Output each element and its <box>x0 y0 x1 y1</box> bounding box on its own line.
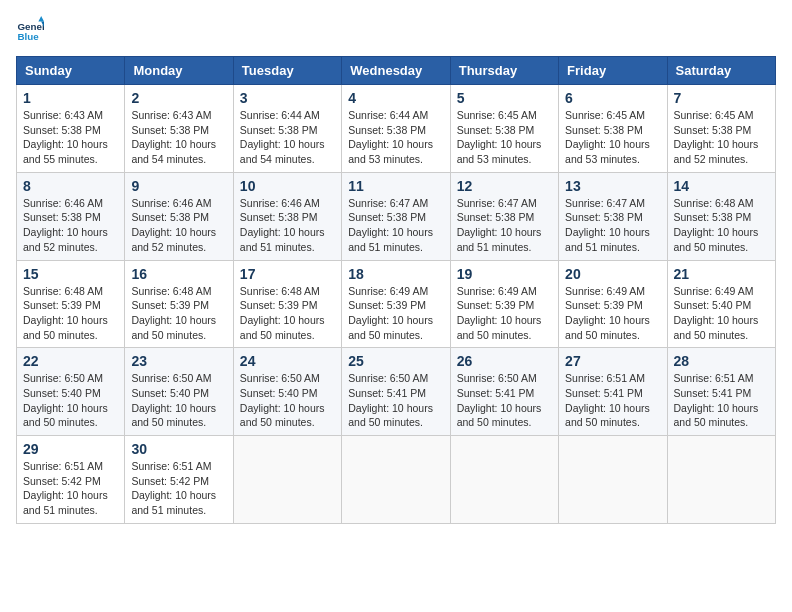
calendar-cell: 2 Sunrise: 6:43 AMSunset: 5:38 PMDayligh… <box>125 85 233 173</box>
logo-icon: General Blue <box>16 16 44 44</box>
calendar-cell: 9 Sunrise: 6:46 AMSunset: 5:38 PMDayligh… <box>125 172 233 260</box>
day-info: Sunrise: 6:43 AMSunset: 5:38 PMDaylight:… <box>23 108 118 167</box>
day-number: 5 <box>457 90 552 106</box>
day-number: 27 <box>565 353 660 369</box>
calendar-cell: 30 Sunrise: 6:51 AMSunset: 5:42 PMDaylig… <box>125 436 233 524</box>
calendar-cell <box>342 436 450 524</box>
calendar-cell: 1 Sunrise: 6:43 AMSunset: 5:38 PMDayligh… <box>17 85 125 173</box>
day-info: Sunrise: 6:51 AMSunset: 5:42 PMDaylight:… <box>23 459 118 518</box>
column-header-wednesday: Wednesday <box>342 57 450 85</box>
day-info: Sunrise: 6:50 AMSunset: 5:40 PMDaylight:… <box>131 371 226 430</box>
day-info: Sunrise: 6:45 AMSunset: 5:38 PMDaylight:… <box>674 108 769 167</box>
calendar-cell: 27 Sunrise: 6:51 AMSunset: 5:41 PMDaylig… <box>559 348 667 436</box>
calendar-cell: 20 Sunrise: 6:49 AMSunset: 5:39 PMDaylig… <box>559 260 667 348</box>
calendar-cell: 7 Sunrise: 6:45 AMSunset: 5:38 PMDayligh… <box>667 85 775 173</box>
day-number: 19 <box>457 266 552 282</box>
day-info: Sunrise: 6:48 AMSunset: 5:39 PMDaylight:… <box>240 284 335 343</box>
day-info: Sunrise: 6:44 AMSunset: 5:38 PMDaylight:… <box>348 108 443 167</box>
day-number: 24 <box>240 353 335 369</box>
day-number: 22 <box>23 353 118 369</box>
calendar-cell: 14 Sunrise: 6:48 AMSunset: 5:38 PMDaylig… <box>667 172 775 260</box>
day-info: Sunrise: 6:48 AMSunset: 5:38 PMDaylight:… <box>674 196 769 255</box>
calendar-cell: 29 Sunrise: 6:51 AMSunset: 5:42 PMDaylig… <box>17 436 125 524</box>
day-info: Sunrise: 6:48 AMSunset: 5:39 PMDaylight:… <box>131 284 226 343</box>
day-info: Sunrise: 6:51 AMSunset: 5:41 PMDaylight:… <box>674 371 769 430</box>
svg-marker-2 <box>38 16 44 22</box>
calendar-cell: 3 Sunrise: 6:44 AMSunset: 5:38 PMDayligh… <box>233 85 341 173</box>
day-number: 29 <box>23 441 118 457</box>
day-number: 11 <box>348 178 443 194</box>
calendar-cell: 6 Sunrise: 6:45 AMSunset: 5:38 PMDayligh… <box>559 85 667 173</box>
day-number: 3 <box>240 90 335 106</box>
calendar-cell: 16 Sunrise: 6:48 AMSunset: 5:39 PMDaylig… <box>125 260 233 348</box>
day-info: Sunrise: 6:46 AMSunset: 5:38 PMDaylight:… <box>23 196 118 255</box>
svg-text:Blue: Blue <box>17 31 39 42</box>
calendar-cell: 8 Sunrise: 6:46 AMSunset: 5:38 PMDayligh… <box>17 172 125 260</box>
page-header: General Blue <box>16 16 776 44</box>
day-info: Sunrise: 6:50 AMSunset: 5:41 PMDaylight:… <box>348 371 443 430</box>
column-header-thursday: Thursday <box>450 57 558 85</box>
day-number: 1 <box>23 90 118 106</box>
calendar-cell: 22 Sunrise: 6:50 AMSunset: 5:40 PMDaylig… <box>17 348 125 436</box>
column-header-saturday: Saturday <box>667 57 775 85</box>
calendar-cell: 17 Sunrise: 6:48 AMSunset: 5:39 PMDaylig… <box>233 260 341 348</box>
column-header-tuesday: Tuesday <box>233 57 341 85</box>
calendar-cell <box>559 436 667 524</box>
day-info: Sunrise: 6:46 AMSunset: 5:38 PMDaylight:… <box>240 196 335 255</box>
day-number: 30 <box>131 441 226 457</box>
calendar-cell: 13 Sunrise: 6:47 AMSunset: 5:38 PMDaylig… <box>559 172 667 260</box>
calendar-cell: 18 Sunrise: 6:49 AMSunset: 5:39 PMDaylig… <box>342 260 450 348</box>
day-number: 7 <box>674 90 769 106</box>
day-info: Sunrise: 6:43 AMSunset: 5:38 PMDaylight:… <box>131 108 226 167</box>
day-number: 16 <box>131 266 226 282</box>
day-info: Sunrise: 6:44 AMSunset: 5:38 PMDaylight:… <box>240 108 335 167</box>
day-info: Sunrise: 6:47 AMSunset: 5:38 PMDaylight:… <box>457 196 552 255</box>
day-info: Sunrise: 6:48 AMSunset: 5:39 PMDaylight:… <box>23 284 118 343</box>
day-info: Sunrise: 6:50 AMSunset: 5:40 PMDaylight:… <box>23 371 118 430</box>
calendar-cell: 26 Sunrise: 6:50 AMSunset: 5:41 PMDaylig… <box>450 348 558 436</box>
column-header-monday: Monday <box>125 57 233 85</box>
day-number: 13 <box>565 178 660 194</box>
day-info: Sunrise: 6:51 AMSunset: 5:42 PMDaylight:… <box>131 459 226 518</box>
calendar-cell: 10 Sunrise: 6:46 AMSunset: 5:38 PMDaylig… <box>233 172 341 260</box>
day-info: Sunrise: 6:47 AMSunset: 5:38 PMDaylight:… <box>348 196 443 255</box>
calendar-cell: 5 Sunrise: 6:45 AMSunset: 5:38 PMDayligh… <box>450 85 558 173</box>
calendar-cell: 19 Sunrise: 6:49 AMSunset: 5:39 PMDaylig… <box>450 260 558 348</box>
day-number: 8 <box>23 178 118 194</box>
day-info: Sunrise: 6:49 AMSunset: 5:39 PMDaylight:… <box>457 284 552 343</box>
calendar-cell <box>667 436 775 524</box>
day-info: Sunrise: 6:45 AMSunset: 5:38 PMDaylight:… <box>457 108 552 167</box>
calendar-cell: 24 Sunrise: 6:50 AMSunset: 5:40 PMDaylig… <box>233 348 341 436</box>
day-number: 15 <box>23 266 118 282</box>
day-number: 14 <box>674 178 769 194</box>
day-number: 28 <box>674 353 769 369</box>
day-number: 20 <box>565 266 660 282</box>
day-info: Sunrise: 6:50 AMSunset: 5:40 PMDaylight:… <box>240 371 335 430</box>
day-number: 9 <box>131 178 226 194</box>
column-header-friday: Friday <box>559 57 667 85</box>
calendar-week-3: 15 Sunrise: 6:48 AMSunset: 5:39 PMDaylig… <box>17 260 776 348</box>
calendar-cell: 11 Sunrise: 6:47 AMSunset: 5:38 PMDaylig… <box>342 172 450 260</box>
day-number: 25 <box>348 353 443 369</box>
calendar-week-2: 8 Sunrise: 6:46 AMSunset: 5:38 PMDayligh… <box>17 172 776 260</box>
day-number: 17 <box>240 266 335 282</box>
calendar-cell: 23 Sunrise: 6:50 AMSunset: 5:40 PMDaylig… <box>125 348 233 436</box>
calendar-week-5: 29 Sunrise: 6:51 AMSunset: 5:42 PMDaylig… <box>17 436 776 524</box>
day-info: Sunrise: 6:51 AMSunset: 5:41 PMDaylight:… <box>565 371 660 430</box>
day-number: 23 <box>131 353 226 369</box>
day-info: Sunrise: 6:45 AMSunset: 5:38 PMDaylight:… <box>565 108 660 167</box>
calendar-cell <box>233 436 341 524</box>
calendar-header-row: SundayMondayTuesdayWednesdayThursdayFrid… <box>17 57 776 85</box>
day-number: 18 <box>348 266 443 282</box>
day-number: 10 <box>240 178 335 194</box>
calendar-week-1: 1 Sunrise: 6:43 AMSunset: 5:38 PMDayligh… <box>17 85 776 173</box>
day-number: 4 <box>348 90 443 106</box>
logo: General Blue <box>16 16 44 44</box>
day-number: 2 <box>131 90 226 106</box>
day-number: 26 <box>457 353 552 369</box>
day-info: Sunrise: 6:50 AMSunset: 5:41 PMDaylight:… <box>457 371 552 430</box>
calendar-cell: 28 Sunrise: 6:51 AMSunset: 5:41 PMDaylig… <box>667 348 775 436</box>
day-info: Sunrise: 6:46 AMSunset: 5:38 PMDaylight:… <box>131 196 226 255</box>
calendar-cell <box>450 436 558 524</box>
column-header-sunday: Sunday <box>17 57 125 85</box>
